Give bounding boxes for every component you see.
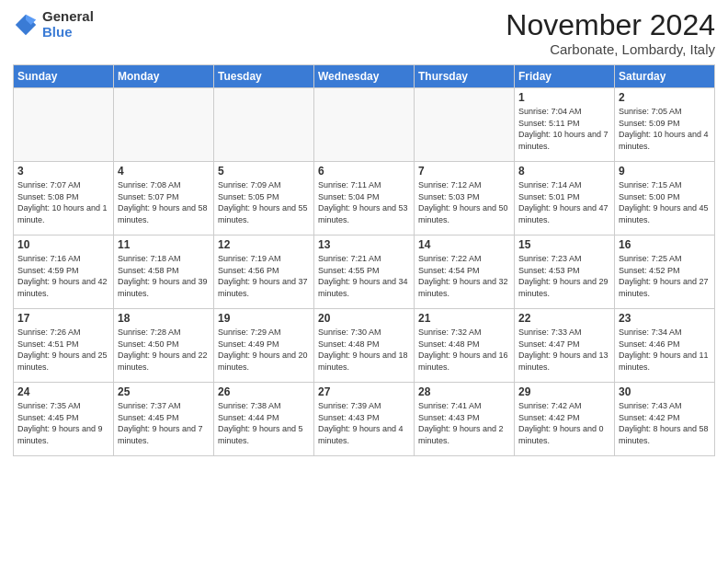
day-info: Sunrise: 7:25 AM Sunset: 4:52 PM Dayligh…: [619, 253, 711, 299]
day-number: 26: [218, 385, 310, 398]
day-info: Sunrise: 7:34 AM Sunset: 4:46 PM Dayligh…: [619, 327, 711, 373]
month-title: November 2024: [506, 9, 715, 41]
day-number: 29: [518, 385, 610, 398]
calendar-cell: 14Sunrise: 7:22 AM Sunset: 4:54 PM Dayli…: [415, 236, 515, 309]
calendar-week-row: 24Sunrise: 7:35 AM Sunset: 4:45 PM Dayli…: [14, 383, 715, 456]
calendar-table: Sunday Monday Tuesday Wednesday Thursday…: [13, 64, 715, 456]
day-number: 4: [118, 165, 210, 178]
day-number: 2: [619, 91, 711, 104]
calendar-cell: 10Sunrise: 7:16 AM Sunset: 4:59 PM Dayli…: [14, 236, 114, 309]
header-monday: Monday: [114, 65, 214, 88]
day-number: 6: [318, 165, 410, 178]
header-sunday: Sunday: [14, 65, 114, 88]
calendar-cell: 17Sunrise: 7:26 AM Sunset: 4:51 PM Dayli…: [14, 309, 114, 383]
day-number: 17: [17, 312, 109, 325]
header-saturday: Saturday: [615, 65, 715, 88]
calendar-cell: [14, 88, 114, 162]
calendar-cell: [114, 88, 214, 162]
day-info: Sunrise: 7:08 AM Sunset: 5:07 PM Dayligh…: [118, 179, 210, 225]
logo-general-text: General: [42, 9, 94, 25]
day-number: 24: [17, 385, 109, 398]
day-number: 30: [619, 385, 711, 398]
day-number: 18: [118, 312, 210, 325]
day-info: Sunrise: 7:14 AM Sunset: 5:01 PM Dayligh…: [518, 179, 610, 225]
header-thursday: Thursday: [415, 65, 515, 88]
calendar-cell: 16Sunrise: 7:25 AM Sunset: 4:52 PM Dayli…: [615, 236, 715, 309]
calendar-week-row: 1Sunrise: 7:04 AM Sunset: 5:11 PM Daylig…: [14, 88, 715, 162]
calendar-cell: 21Sunrise: 7:32 AM Sunset: 4:48 PM Dayli…: [415, 309, 515, 383]
logo-text: General Blue: [42, 9, 94, 40]
calendar-cell: 4Sunrise: 7:08 AM Sunset: 5:07 PM Daylig…: [114, 162, 214, 236]
day-info: Sunrise: 7:16 AM Sunset: 4:59 PM Dayligh…: [17, 253, 109, 299]
day-info: Sunrise: 7:39 AM Sunset: 4:43 PM Dayligh…: [318, 400, 410, 446]
calendar-cell: 1Sunrise: 7:04 AM Sunset: 5:11 PM Daylig…: [515, 88, 615, 162]
calendar-cell: 30Sunrise: 7:43 AM Sunset: 4:42 PM Dayli…: [615, 383, 715, 456]
day-info: Sunrise: 7:41 AM Sunset: 4:43 PM Dayligh…: [418, 400, 510, 446]
day-info: Sunrise: 7:09 AM Sunset: 5:05 PM Dayligh…: [218, 179, 310, 225]
day-info: Sunrise: 7:22 AM Sunset: 4:54 PM Dayligh…: [418, 253, 510, 299]
calendar-cell: [415, 88, 515, 162]
day-number: 27: [318, 385, 410, 398]
day-number: 12: [218, 238, 310, 251]
day-number: 3: [17, 165, 109, 178]
calendar-cell: 3Sunrise: 7:07 AM Sunset: 5:08 PM Daylig…: [14, 162, 114, 236]
day-number: 23: [619, 312, 711, 325]
day-number: 22: [518, 312, 610, 325]
day-number: 28: [418, 385, 510, 398]
header-wednesday: Wednesday: [314, 65, 415, 88]
day-info: Sunrise: 7:19 AM Sunset: 4:56 PM Dayligh…: [218, 253, 310, 299]
calendar-cell: 5Sunrise: 7:09 AM Sunset: 5:05 PM Daylig…: [214, 162, 314, 236]
day-info: Sunrise: 7:42 AM Sunset: 4:42 PM Dayligh…: [518, 400, 610, 446]
day-info: Sunrise: 7:11 AM Sunset: 5:04 PM Dayligh…: [318, 179, 410, 225]
day-number: 7: [418, 165, 510, 178]
day-number: 14: [418, 238, 510, 251]
calendar-cell: 27Sunrise: 7:39 AM Sunset: 4:43 PM Dayli…: [314, 383, 415, 456]
day-number: 9: [619, 165, 711, 178]
logo: General Blue: [13, 9, 94, 40]
day-number: 1: [518, 91, 610, 104]
calendar-cell: 8Sunrise: 7:14 AM Sunset: 5:01 PM Daylig…: [515, 162, 615, 236]
day-info: Sunrise: 7:32 AM Sunset: 4:48 PM Dayligh…: [418, 327, 510, 373]
day-info: Sunrise: 7:21 AM Sunset: 4:55 PM Dayligh…: [318, 253, 410, 299]
calendar-cell: 9Sunrise: 7:15 AM Sunset: 5:00 PM Daylig…: [615, 162, 715, 236]
calendar-cell: 28Sunrise: 7:41 AM Sunset: 4:43 PM Dayli…: [415, 383, 515, 456]
calendar-cell: 13Sunrise: 7:21 AM Sunset: 4:55 PM Dayli…: [314, 236, 415, 309]
day-number: 19: [218, 312, 310, 325]
calendar-cell: 23Sunrise: 7:34 AM Sunset: 4:46 PM Dayli…: [615, 309, 715, 383]
calendar-cell: 11Sunrise: 7:18 AM Sunset: 4:58 PM Dayli…: [114, 236, 214, 309]
day-info: Sunrise: 7:30 AM Sunset: 4:48 PM Dayligh…: [318, 327, 410, 373]
logo-icon: [13, 12, 39, 38]
day-info: Sunrise: 7:35 AM Sunset: 4:45 PM Dayligh…: [17, 400, 109, 446]
calendar-week-row: 3Sunrise: 7:07 AM Sunset: 5:08 PM Daylig…: [14, 162, 715, 236]
calendar-cell: 29Sunrise: 7:42 AM Sunset: 4:42 PM Dayli…: [515, 383, 615, 456]
day-number: 10: [17, 238, 109, 251]
day-info: Sunrise: 7:38 AM Sunset: 4:44 PM Dayligh…: [218, 400, 310, 446]
day-number: 8: [518, 165, 610, 178]
calendar-cell: [314, 88, 415, 162]
day-info: Sunrise: 7:04 AM Sunset: 5:11 PM Dayligh…: [518, 106, 610, 152]
day-number: 20: [318, 312, 410, 325]
header-tuesday: Tuesday: [214, 65, 314, 88]
day-number: 15: [518, 238, 610, 251]
day-info: Sunrise: 7:15 AM Sunset: 5:00 PM Dayligh…: [619, 179, 711, 225]
calendar-cell: 18Sunrise: 7:28 AM Sunset: 4:50 PM Dayli…: [114, 309, 214, 383]
day-number: 11: [118, 238, 210, 251]
calendar-cell: 19Sunrise: 7:29 AM Sunset: 4:49 PM Dayli…: [214, 309, 314, 383]
day-number: 21: [418, 312, 510, 325]
calendar-cell: 6Sunrise: 7:11 AM Sunset: 5:04 PM Daylig…: [314, 162, 415, 236]
day-info: Sunrise: 7:28 AM Sunset: 4:50 PM Dayligh…: [118, 327, 210, 373]
location: Carbonate, Lombardy, Italy: [506, 41, 715, 57]
header-friday: Friday: [515, 65, 615, 88]
day-number: 5: [218, 165, 310, 178]
title-block: November 2024 Carbonate, Lombardy, Italy: [506, 9, 715, 57]
calendar-cell: 22Sunrise: 7:33 AM Sunset: 4:47 PM Dayli…: [515, 309, 615, 383]
calendar-cell: 20Sunrise: 7:30 AM Sunset: 4:48 PM Dayli…: [314, 309, 415, 383]
calendar-header-row: Sunday Monday Tuesday Wednesday Thursday…: [14, 65, 715, 88]
day-info: Sunrise: 7:33 AM Sunset: 4:47 PM Dayligh…: [518, 327, 610, 373]
day-info: Sunrise: 7:23 AM Sunset: 4:53 PM Dayligh…: [518, 253, 610, 299]
day-number: 13: [318, 238, 410, 251]
day-info: Sunrise: 7:37 AM Sunset: 4:45 PM Dayligh…: [118, 400, 210, 446]
calendar-cell: 2Sunrise: 7:05 AM Sunset: 5:09 PM Daylig…: [615, 88, 715, 162]
day-info: Sunrise: 7:29 AM Sunset: 4:49 PM Dayligh…: [218, 327, 310, 373]
day-info: Sunrise: 7:43 AM Sunset: 4:42 PM Dayligh…: [619, 400, 711, 446]
